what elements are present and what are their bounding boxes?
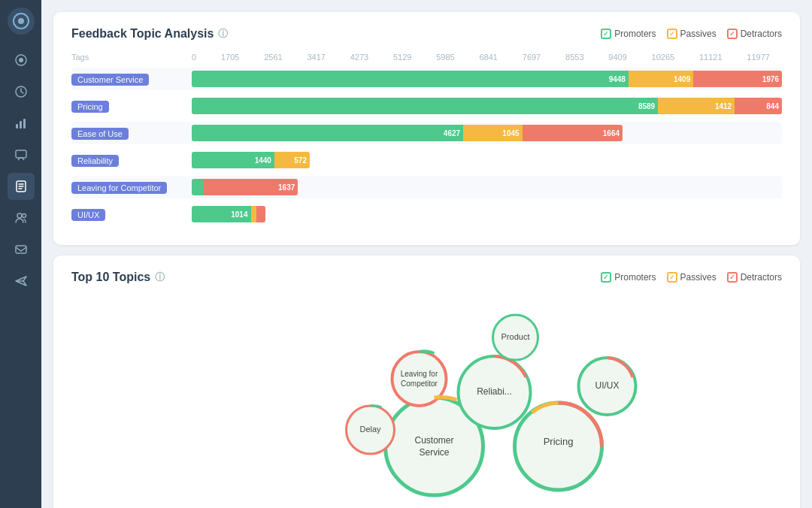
bubble-svg: Customer Service Pricing Reliabi... UI/U… bbox=[71, 296, 782, 508]
feedback-topic-legend: ✓ Promoters ✓ Passives ✓ Detractors bbox=[601, 29, 782, 39]
bar-promoter bbox=[192, 179, 204, 195]
svg-rect-10 bbox=[16, 150, 26, 158]
top10-promoters-check-icon: ✓ bbox=[601, 272, 611, 283]
people-icon[interactable] bbox=[8, 204, 35, 231]
bar-passive: 1409 bbox=[629, 71, 693, 87]
table-row: Ease of Use 4627 1045 1664 bbox=[71, 122, 782, 144]
bar-passive: 572 bbox=[274, 152, 310, 168]
legend-promoters[interactable]: ✓ Promoters bbox=[601, 29, 656, 39]
bubble-chart: Customer Service Pricing Reliabi... UI/U… bbox=[71, 296, 782, 508]
svg-rect-7 bbox=[16, 124, 18, 129]
bar-detractor bbox=[256, 206, 265, 222]
table-row: UI/UX 1014 bbox=[71, 203, 782, 225]
top10-passives-check-icon: ✓ bbox=[667, 272, 677, 283]
top10-legend-passives[interactable]: ✓ Passives bbox=[667, 272, 717, 283]
legend-promoters-label: Promoters bbox=[614, 29, 656, 39]
svg-text:Competitor: Competitor bbox=[401, 379, 438, 388]
top10-header: Top 10 Topics ⓘ ✓ Promoters ✓ Passives ✓… bbox=[71, 271, 782, 284]
mail-icon[interactable] bbox=[8, 236, 35, 263]
feedback-topic-header: Feedback Topic Analysis ⓘ ✓ Promoters ✓ … bbox=[71, 27, 782, 41]
svg-point-15 bbox=[17, 213, 22, 218]
svg-rect-8 bbox=[20, 121, 22, 129]
top10-legend-promoters-label: Promoters bbox=[614, 272, 656, 283]
bubble-leaving-label: Leaving for bbox=[401, 370, 438, 378]
home-icon[interactable] bbox=[8, 47, 35, 74]
legend-detractors[interactable]: ✓ Detractors bbox=[727, 29, 782, 39]
table-row: Pricing 8589 1412 844 bbox=[71, 95, 782, 117]
bar-ease-of-use: 4627 1045 1664 bbox=[192, 124, 782, 142]
promoters-check-icon: ✓ bbox=[601, 29, 611, 39]
table-row: Reliability 1440 572 bbox=[71, 149, 782, 171]
bar-customer-service: 9448 1409 1976 bbox=[192, 70, 782, 88]
bar-detractor: 1637 bbox=[204, 179, 298, 195]
tag-ui-ux: UI/UX bbox=[71, 204, 192, 224]
bar-passive: 1045 bbox=[463, 125, 523, 141]
bar-promoter: 1014 bbox=[192, 206, 251, 222]
svg-point-3 bbox=[19, 58, 23, 62]
tag-pricing: Pricing bbox=[71, 96, 192, 116]
top10-legend-passives-label: Passives bbox=[680, 272, 717, 283]
bar-promoter: 9448 bbox=[192, 71, 629, 87]
bar-passive: 1412 bbox=[658, 98, 735, 114]
send-icon[interactable] bbox=[8, 268, 35, 295]
bar-pricing: 8589 1412 844 bbox=[192, 97, 782, 115]
tag-reliability: Reliability bbox=[71, 150, 192, 170]
sidebar bbox=[0, 0, 41, 508]
tag-leaving-competitor: Leaving for Competitor bbox=[71, 177, 192, 197]
top10-legend-promoters[interactable]: ✓ Promoters bbox=[601, 272, 656, 283]
detractors-check-icon: ✓ bbox=[727, 29, 738, 39]
bubble-pricing-label: Pricing bbox=[544, 436, 574, 447]
feedback-topic-title-group: Feedback Topic Analysis ⓘ bbox=[71, 27, 228, 41]
top10-legend-detractors-label: Detractors bbox=[741, 272, 782, 283]
chart-icon[interactable] bbox=[8, 110, 35, 137]
bar-detractor: 1664 bbox=[523, 125, 623, 141]
bar-detractor: 844 bbox=[735, 98, 782, 114]
message-icon[interactable] bbox=[8, 141, 35, 168]
top10-title: Top 10 Topics bbox=[71, 271, 150, 284]
bubble-reliability-label: Reliabi... bbox=[477, 386, 512, 397]
top10-title-group: Top 10 Topics ⓘ bbox=[71, 271, 165, 284]
main-content: Feedback Topic Analysis ⓘ ✓ Promoters ✓ … bbox=[41, 0, 812, 508]
feedback-topic-info-icon[interactable]: ⓘ bbox=[218, 27, 228, 41]
table-row: Customer Service 9448 1409 1976 bbox=[71, 68, 782, 90]
clock-icon[interactable] bbox=[8, 78, 35, 105]
bar-promoter: 8589 bbox=[192, 98, 658, 114]
tags-header: Tags bbox=[71, 53, 192, 62]
tag-ease-of-use: Ease of Use bbox=[71, 123, 192, 143]
top10-info-icon[interactable]: ⓘ bbox=[155, 271, 165, 284]
bar-detractor: 1976 bbox=[693, 71, 782, 87]
bar-promoter: 4627 bbox=[192, 125, 463, 141]
bar-leaving-competitor: 1637 bbox=[192, 178, 782, 196]
bubble-customer-service-label: Customer bbox=[414, 435, 453, 446]
legend-passives-label: Passives bbox=[680, 29, 717, 39]
svg-line-6 bbox=[21, 92, 23, 93]
legend-passives[interactable]: ✓ Passives bbox=[667, 29, 717, 39]
bar-reliability: 1440 572 bbox=[192, 151, 782, 169]
passives-check-icon: ✓ bbox=[667, 29, 677, 39]
bar-promoter: 1440 bbox=[192, 152, 274, 168]
bubble-uiux-label: UI/UX bbox=[595, 380, 619, 391]
legend-detractors-label: Detractors bbox=[741, 29, 782, 39]
svg-rect-17 bbox=[16, 246, 26, 253]
logo[interactable] bbox=[8, 8, 35, 35]
top10-legend-detractors[interactable]: ✓ Detractors bbox=[727, 272, 782, 283]
table-row: Leaving for Competitor 1637 bbox=[71, 176, 782, 198]
top10-topics-card: Top 10 Topics ⓘ ✓ Promoters ✓ Passives ✓… bbox=[53, 256, 800, 508]
bubble-product-label: Product bbox=[501, 332, 530, 341]
document-icon[interactable] bbox=[8, 173, 35, 200]
tag-customer-service: Customer Service bbox=[71, 69, 192, 89]
bar-passive bbox=[251, 206, 257, 222]
svg-rect-9 bbox=[23, 119, 26, 129]
svg-point-1 bbox=[18, 18, 24, 24]
bar-ui-ux: 1014 bbox=[192, 205, 782, 223]
top10-detractors-check-icon: ✓ bbox=[727, 272, 738, 283]
svg-point-16 bbox=[22, 214, 26, 218]
axis-row: Tags 0 1705 2561 3417 4273 5129 5985 684… bbox=[71, 53, 782, 62]
svg-text:Service: Service bbox=[419, 447, 449, 458]
top10-legend: ✓ Promoters ✓ Passives ✓ Detractors bbox=[601, 272, 782, 283]
bubble-delay-label: Delay bbox=[359, 425, 381, 434]
axis-labels: 0 1705 2561 3417 4273 5129 5985 6841 769… bbox=[192, 53, 770, 62]
feedback-topic-card: Feedback Topic Analysis ⓘ ✓ Promoters ✓ … bbox=[53, 12, 800, 245]
feedback-topic-title: Feedback Topic Analysis bbox=[71, 27, 214, 41]
